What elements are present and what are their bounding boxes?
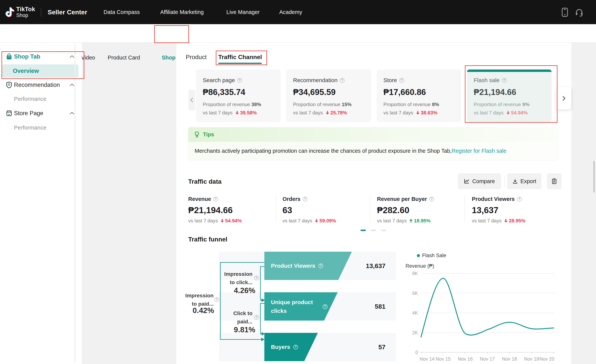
funnel-value-buyers: 57	[357, 342, 386, 351]
chevron-up-icon	[69, 55, 75, 59]
seller-center-screen: TikTok Shop Seller Center Data Compass A…	[0, 0, 596, 364]
revenue-line-chart: 8K 6K 4K 2K 0 Nov 14 Nov 15 Nov 16 Nov 1…	[406, 251, 571, 363]
tab-traffic-channel[interactable]: Traffic Channel	[218, 52, 262, 62]
flash-sale-line	[421, 278, 554, 337]
topnav-academy[interactable]: Academy	[279, 8, 302, 16]
card-value: ₱17,660.86	[383, 87, 461, 97]
pagination-dash-3[interactable]	[381, 230, 386, 231]
metric-label-row: Orders?	[283, 195, 364, 203]
help-icon[interactable]: ?	[318, 263, 323, 268]
metric-value: ₱21,194.66	[188, 205, 269, 215]
help-icon[interactable]: ?	[429, 197, 434, 201]
page-scrollbar-thumb[interactable]	[593, 161, 595, 193]
metric-vs-row: vs last 7 days 59.09%	[283, 218, 364, 224]
sidebar-item-overview[interactable]: Overview	[2, 64, 78, 78]
help-icon[interactable]: ?	[237, 78, 242, 83]
channel-card-store[interactable]: Store ? ₱17,660.86 Proportion of revenue…	[377, 69, 461, 122]
metric-vs-row: vs last 7 days 18.95%	[377, 218, 458, 224]
metric-value: ₱282.60	[377, 205, 458, 215]
card-vs-row: vs last 7 days 38.63%	[383, 110, 461, 116]
help-icon[interactable]: ?	[214, 297, 219, 302]
y-tick-6k: 6K	[412, 291, 418, 296]
metric-divider	[370, 195, 370, 222]
down-arrow-icon	[504, 219, 508, 223]
metric-revenue-per-buyer: Revenue per Buyer? ₱282.60 vs last 7 day…	[377, 195, 458, 224]
channel-card-flash-sale[interactable]: Flash sale ? ₱21,194.66 Proportion of re…	[467, 69, 551, 122]
sidebar-item-performance-recommendation[interactable]: Performance	[14, 96, 46, 102]
topnav-live-manager[interactable]: Live Manager	[226, 8, 260, 16]
card-proportion: Proportion of revenue 8%	[383, 102, 461, 107]
topnav-affiliate-marketing[interactable]: Affiliate Marketing	[160, 8, 204, 16]
card-value: ₱21,194.66	[474, 87, 551, 97]
change-badge: 54.94%	[506, 110, 528, 116]
channel-card-recommendation[interactable]: Recommendation ? ₱34,695.59 Proportion o…	[286, 69, 371, 122]
y-tick-2k: 2K	[412, 330, 418, 335]
support-headset-icon[interactable]	[575, 8, 583, 17]
metric-vs-row: vs last 7 days 54.94%	[188, 218, 269, 224]
register-flash-sale-link[interactable]: Register for Flash sale	[452, 148, 507, 154]
logo-line-shop: Shop	[16, 13, 35, 18]
sidebar-group-store-page[interactable]: Store Page	[0, 107, 82, 119]
help-icon[interactable]: ?	[517, 197, 522, 201]
tiktok-logo-icon	[5, 5, 15, 18]
funnel-stage-product-viewers: Product Viewers?	[271, 261, 323, 270]
help-icon[interactable]: ?	[213, 197, 218, 201]
flash-sale-accent-bar	[467, 69, 551, 72]
x-tick-nov20: Nov 20	[539, 356, 554, 362]
top-header-bar: TikTok Shop Seller Center Data Compass A…	[0, 0, 596, 24]
down-arrow-icon	[416, 111, 420, 115]
card-title: Recommendation	[293, 77, 337, 83]
card-title-row: Store ?	[383, 77, 461, 83]
tab-product[interactable]: Product	[186, 52, 207, 62]
funnel-value-unique-clicks: 581	[357, 302, 386, 311]
sidebar-group-label: Shop Tab	[14, 53, 40, 60]
secondary-nav-bar: Overview Livestream & Video Product Card…	[0, 24, 596, 43]
sidebar-group-recommendation[interactable]: Recommendation	[0, 79, 82, 91]
change-badge: 18.95%	[409, 218, 431, 224]
logo-line-tiktok: TikTok	[16, 6, 35, 13]
down-arrow-icon	[235, 111, 239, 115]
pagination-dash-1[interactable]	[361, 230, 366, 231]
clipboard-icon	[551, 178, 557, 184]
metric-divider	[276, 195, 276, 222]
compare-button[interactable]: Compare	[458, 173, 501, 189]
nav2-product-card[interactable]: Product Card	[108, 54, 140, 61]
help-icon[interactable]: ?	[340, 78, 344, 83]
header-divider	[41, 8, 41, 17]
help-icon[interactable]: ?	[323, 304, 328, 309]
pagination-dash-2[interactable]	[371, 230, 376, 231]
card-title: Flash sale	[474, 77, 500, 83]
card-proportion: Proportion of revenue 9%	[474, 102, 551, 107]
report-button[interactable]	[547, 173, 562, 189]
card-value: ₱34,695.59	[293, 87, 371, 97]
down-arrow-icon	[326, 111, 329, 115]
chevron-up-icon	[69, 111, 75, 115]
sidebar-group-shop-tab[interactable]: Shop Tab	[0, 51, 82, 63]
topnav-data-compass[interactable]: Data Compass	[104, 8, 140, 16]
carousel-right-button[interactable]	[556, 87, 571, 109]
help-icon[interactable]: ?	[293, 345, 298, 349]
metric-value: 13,637	[472, 205, 553, 215]
x-tick-nov19: Nov 19	[524, 356, 539, 362]
mobile-app-icon[interactable]	[561, 7, 568, 17]
help-icon[interactable]: ?	[399, 78, 404, 83]
sidebar-scrollbar[interactable]	[74, 44, 75, 363]
export-button[interactable]: Export	[507, 173, 542, 189]
x-tick-nov16: Nov 16	[458, 356, 473, 362]
export-label: Export	[521, 178, 536, 184]
help-icon[interactable]: ?	[502, 78, 507, 83]
help-icon[interactable]: ?	[254, 315, 259, 320]
y-tick-8k: 8K	[412, 271, 418, 276]
change-badge: 59.09%	[315, 218, 336, 224]
sidebar-item-performance-store[interactable]: Performance	[14, 124, 46, 131]
help-icon[interactable]: ?	[254, 276, 259, 280]
help-icon[interactable]: ?	[303, 197, 307, 201]
carousel-left-button[interactable]	[188, 89, 195, 111]
card-proportion: Proportion of revenue 38%	[203, 102, 281, 107]
chevron-up-icon	[69, 83, 75, 87]
metric-vs-row: vs last 7 days 28.95%	[472, 218, 553, 224]
channel-card-search-page[interactable]: Search page ? ₱86,335.74 Proportion of r…	[196, 69, 281, 122]
down-arrow-icon	[315, 219, 318, 223]
up-arrow-icon	[409, 219, 413, 223]
lightbulb-icon	[194, 131, 200, 138]
